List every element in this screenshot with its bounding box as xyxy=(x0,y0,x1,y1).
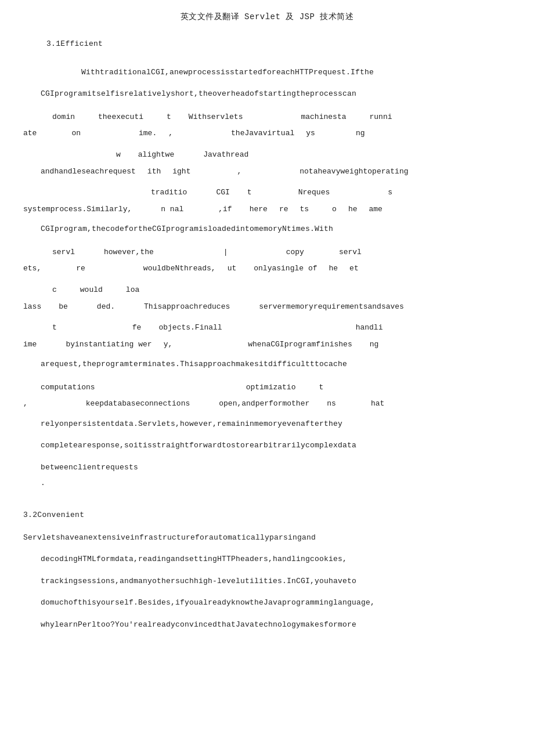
section-3-1: 3.1Efficient WithtraditionalCGI,anewproc… xyxy=(23,39,511,487)
para-6: CGIprogram,thecodefortheCGIprogramisload… xyxy=(41,222,511,236)
s2-para-5: whylearnPerltoo?You'realreadyconvincedth… xyxy=(41,618,511,631)
page-title: 英文文件及翻译 Servlet 及 JSP 技术简述 xyxy=(23,12,511,22)
section-3-2: 3.2Convenient Servletshaveanextensiveinf… xyxy=(23,511,511,631)
para-5: traditio CGI t Nreques s systemprocess.S… xyxy=(23,185,511,218)
para-13: completearesponse,soitisstraightforwardt… xyxy=(41,439,511,452)
para-11: computations optimizatio t , keepdatabas… xyxy=(23,379,511,413)
s2-para-4: domuchofthisyourself.Besides,ifyoualread… xyxy=(41,596,511,609)
para-1: WithtraditionalCGI,anewprocessisstartedf… xyxy=(81,66,511,79)
para-7: servl however,the | copy servl ets, re w… xyxy=(23,244,511,277)
page-container: 英文文件及翻译 Servlet 及 JSP 技术简述 3.1Efficient … xyxy=(23,12,511,631)
para-14: betweenclientrequests xyxy=(41,461,511,474)
period: . xyxy=(41,479,511,487)
section-3-2-heading: 3.2Convenient xyxy=(23,511,511,519)
section-3-1-heading: 3.1Efficient xyxy=(46,39,511,48)
s2-para-3: trackingsessions,andmanyothersuchhigh-le… xyxy=(41,574,511,588)
para-12: relyonpersistentdata.Servlets,however,re… xyxy=(41,417,511,431)
para-8: c would loa lass be ded. Thisapproachred… xyxy=(23,282,511,315)
s2-para-1: Servletshaveanextensiveinfrastructurefor… xyxy=(23,531,511,544)
para-9: t fe objects.Finall handli ime byinstant… xyxy=(23,320,511,353)
s2-para-2: decodingHTMLformdata,readingandsettingHT… xyxy=(41,552,511,566)
para-2: CGIprogramitselfisrelativelyshort,theove… xyxy=(41,87,511,100)
para-4: w alightwe Javathread andhandleseachrequ… xyxy=(23,147,511,180)
para-3: domin theexecuti t Withservlets machines… xyxy=(23,109,511,142)
para-10: arequest,theprogramterminates.Thisapproa… xyxy=(41,357,511,371)
